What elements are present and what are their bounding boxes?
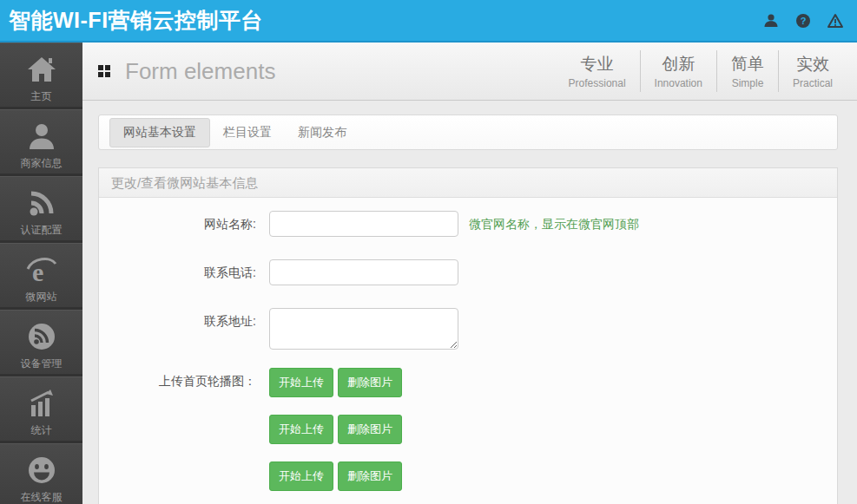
site-name-input[interactable] [269,211,458,237]
alert-icon[interactable] [827,13,843,29]
start-upload-button[interactable]: 开始上传 [269,461,333,491]
user-icon [0,122,82,152]
app-title: 智能WI-FI营销云控制平台 [0,6,263,35]
page: 智能WI-FI营销云控制平台 ? 主页 商家信息 [0,0,857,504]
delete-image-button[interactable]: 删除图片 [338,415,402,444]
grid-icon [98,65,110,77]
delete-image-button[interactable]: 删除图片 [338,461,402,491]
sidebar-item-label: 在线客服 [0,490,82,504]
sidebar-item-device-management[interactable]: 设备管理 [0,310,82,374]
slogan-innovation: 创新Innovation [640,50,716,92]
sidebar-item-label: 设备管理 [0,357,82,371]
form-row-site-name: 网站名称: 微官网名称，显示在微官网顶部 [99,211,837,237]
page-title: Form elements [125,58,275,85]
rss-circle-icon [0,323,82,352]
upload-row-2: 开始上传 删除图片 [269,415,402,444]
carousel-upload-label: 上传首页轮播图： [99,368,256,394]
contact-address-textarea[interactable] [269,308,458,350]
delete-image-button[interactable]: 删除图片 [338,368,402,397]
site-name-help: 微官网名称，显示在微官网顶部 [469,211,639,237]
upload-row-3: 开始上传 删除图片 [269,461,402,491]
explorer-icon: e [0,256,82,285]
sidebar-item-statistics[interactable]: 统计 [0,376,82,441]
slogan-professional: 专业Professional [555,50,640,92]
contact-address-label: 联系地址: [99,308,256,334]
slogans: 专业Professional 创新Innovation 简单Simple 实效P… [555,50,847,92]
main-area: Form elements 专业Professional 创新Innovatio… [82,43,857,504]
content: 网站基本设置 栏目设置 新闻发布 更改/查看微网站基本信息 网站名称: 微官网名… [82,101,857,504]
tab-column-settings[interactable]: 栏目设置 [210,119,285,147]
sidebar-item-label: 微网站 [0,290,82,304]
sidebar-item-label: 主页 [0,89,82,104]
tab-news-publish[interactable]: 新闻发布 [285,119,359,147]
chart-icon [0,389,82,419]
sidebar-item-label: 统计 [0,423,82,438]
site-name-label: 网站名称: [99,211,256,237]
help-icon[interactable]: ? [795,13,811,29]
user-icon[interactable] [763,13,779,29]
start-upload-button[interactable]: 开始上传 [269,415,333,444]
upload-row-1: 开始上传 删除图片 [269,368,402,397]
smiley-icon [0,456,82,486]
page-header: Form elements 专业Professional 创新Innovatio… [82,43,857,101]
sidebar: 主页 商家信息 认证配置 e 微网站 设备管理 [0,43,82,504]
panel-title: 更改/查看微网站基本信息 [99,168,837,198]
home-icon [0,56,82,85]
panel-body: 网站名称: 微官网名称，显示在微官网顶部 联系电话: 联系地址: 上传首页轮播图… [99,198,837,504]
form-row-carousel-upload: 上传首页轮播图： 开始上传 删除图片 开始上传 删除图片 开始上 [99,368,837,491]
form-row-contact-address: 联系地址: [99,308,837,350]
contact-phone-input[interactable] [269,259,458,285]
sidebar-item-label: 认证配置 [0,223,82,238]
sidebar-item-home[interactable]: 主页 [0,43,82,107]
upload-rows: 开始上传 删除图片 开始上传 删除图片 开始上传 删除图片 [269,368,402,491]
rss-icon [0,189,82,219]
sidebar-item-merchant-info[interactable]: 商家信息 [0,109,82,173]
contact-phone-label: 联系电话: [99,259,256,285]
topbar-icons: ? [763,13,857,29]
start-upload-button[interactable]: 开始上传 [269,368,333,397]
topbar: 智能WI-FI营销云控制平台 ? [0,0,857,43]
sidebar-item-micro-website[interactable]: e 微网站 [0,243,82,307]
tab-site-basic-settings[interactable]: 网站基本设置 [109,118,210,147]
sidebar-item-auth-config[interactable]: 认证配置 [0,176,82,240]
slogan-practical: 实效Practical [778,50,847,92]
form-row-contact-phone: 联系电话: [99,259,837,285]
tabbar: 网站基本设置 栏目设置 新闻发布 [98,115,838,150]
sidebar-item-online-service[interactable]: 在线客服 [0,443,82,504]
sidebar-item-label: 商家信息 [0,156,82,171]
svg-text:?: ? [801,16,807,26]
panel: 更改/查看微网站基本信息 网站名称: 微官网名称，显示在微官网顶部 联系电话: … [98,167,838,504]
slogan-simple: 简单Simple [716,50,778,92]
